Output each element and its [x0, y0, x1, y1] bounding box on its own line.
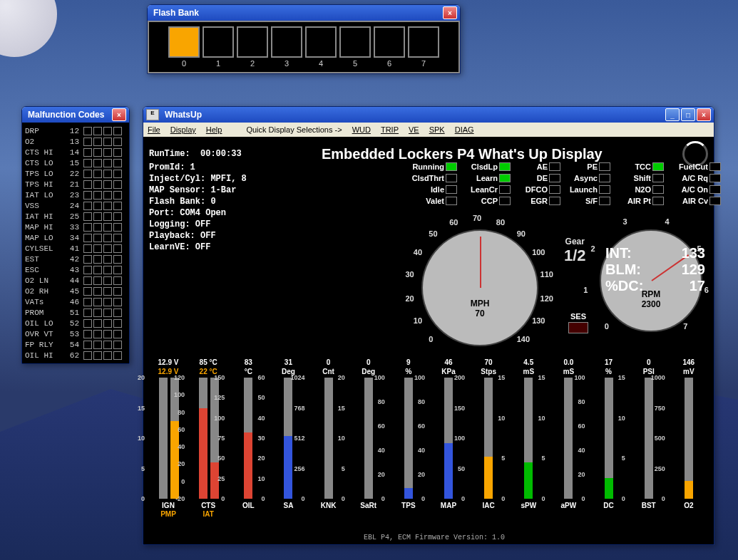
firmware-footer: EBL P4, ECM Firmware Version: 1.0 [149, 534, 719, 541]
maximize-icon[interactable]: □ [681, 108, 695, 121]
ses-indicator: SES [568, 312, 588, 333]
indicator-learn: Learn [461, 172, 511, 184]
close-icon[interactable]: × [697, 108, 711, 121]
indicator-a/c on: A/C On [671, 184, 721, 195]
mal-row: TPS HI21 [25, 179, 126, 190]
mal-row: FP RLY54 [25, 339, 126, 350]
mal-title: Malfunction Codes [25, 110, 111, 120]
main-title: Embedded Lockers P4 What's Up Display [242, 146, 682, 162]
flash-cell-3[interactable]: 3 [271, 26, 302, 68]
indicator-valet: Valet [407, 195, 457, 207]
indicator-idle: Idle [407, 184, 457, 195]
mal-row: O213 [25, 136, 126, 147]
wu-title: WhatsUp [162, 110, 664, 120]
mal-row: VATs46 [25, 296, 126, 307]
indicator-leancr: LeanCr [461, 184, 511, 195]
indicator-a/c rq: A/C Rq [671, 172, 721, 184]
close-icon[interactable]: × [443, 6, 457, 19]
info-block: PromId: 1Inject/Cyl: MPFI, 8MAP Sensor: … [149, 162, 247, 254]
quick-trip[interactable]: TRIP [381, 125, 399, 134]
quick-wud[interactable]: WUD [352, 125, 371, 134]
quick-ve[interactable]: VE [409, 125, 419, 134]
indicator-tcc: TCC [614, 161, 664, 172]
app-icon: E [146, 109, 159, 120]
mal-row: EST42 [25, 254, 126, 264]
mal-row: PROM51 [25, 307, 126, 318]
flash-titlebar[interactable]: Flash Bank × [148, 5, 460, 21]
mal-row: OIL LO52 [25, 318, 126, 328]
indicator-n2o: N2O [614, 184, 664, 195]
indicator-fuelcut: FuelCut [671, 161, 721, 172]
indicator-launch: Launch [560, 184, 610, 195]
indicator-clsdthrt: ClsdThrt [407, 172, 457, 184]
indicator-async: Async [560, 172, 610, 184]
readouts: INT:133BLM:129%DC:17 [605, 245, 705, 294]
flash-cell-2[interactable]: 2 [237, 26, 268, 68]
indicator-ccp: CCP [461, 195, 511, 207]
mal-row: TPS LO22 [25, 168, 126, 179]
close-icon[interactable]: × [112, 108, 126, 121]
indicator-pe: PE [560, 161, 610, 172]
indicator-ae: AE [511, 161, 560, 172]
mal-row: MAP LO34 [25, 232, 126, 243]
menu-display[interactable]: Display [170, 125, 196, 134]
mal-row: ESC43 [25, 264, 126, 275]
indicator-s/f: S/F [560, 195, 610, 207]
runtime: RunTime: 00:00:33 [149, 149, 242, 159]
quick-spk[interactable]: SPK [429, 125, 445, 134]
flash-cell-7[interactable]: 7 [408, 26, 439, 68]
indicator-fan2: Fan2 [724, 172, 738, 184]
mal-row: IAT HI25 [25, 211, 126, 222]
indicator-shift: Shift [614, 172, 664, 184]
indicator-egr: EGR [511, 195, 560, 207]
mal-row: VSS24 [25, 200, 126, 211]
bar-o2: 146mV10007505002500O2 [670, 358, 708, 519]
menu-help[interactable]: Help [206, 125, 222, 134]
indicator-air pt: AIR Pt [614, 195, 664, 207]
minimize-icon[interactable]: _ [665, 108, 680, 121]
mal-row: MAP HI33 [25, 222, 126, 232]
flash-cell-4[interactable]: 4 [305, 26, 337, 68]
mal-row: CTS HI14 [25, 147, 126, 157]
wu-titlebar[interactable]: E WhatsUp _ □ × [143, 107, 714, 123]
menubar: File Display Help Quick Display Selectio… [143, 123, 714, 137]
gear-display: Gear1/2 [564, 237, 586, 265]
mal-row: CTS LO15 [25, 157, 126, 168]
mph-gauge: MPH70 [421, 229, 538, 346]
flash-cell-1[interactable]: 1 [203, 26, 234, 68]
indicator-dfco: DFCO [511, 184, 560, 195]
indicator-air cv: AIR Cv [671, 195, 721, 207]
quick-diag[interactable]: DIAG [455, 125, 474, 134]
indicator-running: Running [407, 161, 457, 172]
mal-titlebar[interactable]: Malfunction Codes × [22, 107, 129, 123]
mal-row: OVR VT53 [25, 328, 126, 339]
flash-bank-window: Flash Bank × 01234567 [147, 4, 461, 74]
whatsup-window: E WhatsUp _ □ × File Display Help Quick … [143, 106, 714, 545]
flash-cell-5[interactable]: 5 [339, 26, 371, 68]
mal-row: O2 LN44 [25, 275, 126, 286]
mal-row: OIL HI62 [25, 350, 126, 361]
mal-row: CYLSEL41 [25, 243, 126, 254]
mal-row: O2 RH45 [25, 286, 126, 296]
mal-row: DRP12 [25, 125, 126, 136]
indicator-fan1: Fan1 [724, 161, 738, 172]
quick-label: Quick Display Selections -> [246, 125, 342, 134]
menu-file[interactable]: File [148, 125, 160, 134]
malfunction-window: Malfunction Codes × DRP12O213CTS HI14CTS… [21, 106, 130, 364]
mal-row: IAT LO23 [25, 190, 126, 200]
indicator-de: DE [511, 172, 560, 184]
flash-cell-6[interactable]: 6 [374, 26, 405, 68]
indicator-clsdlp: ClsdLp [461, 161, 511, 172]
flash-cell-0[interactable]: 0 [168, 26, 200, 68]
flash-title: Flash Bank [150, 8, 441, 18]
